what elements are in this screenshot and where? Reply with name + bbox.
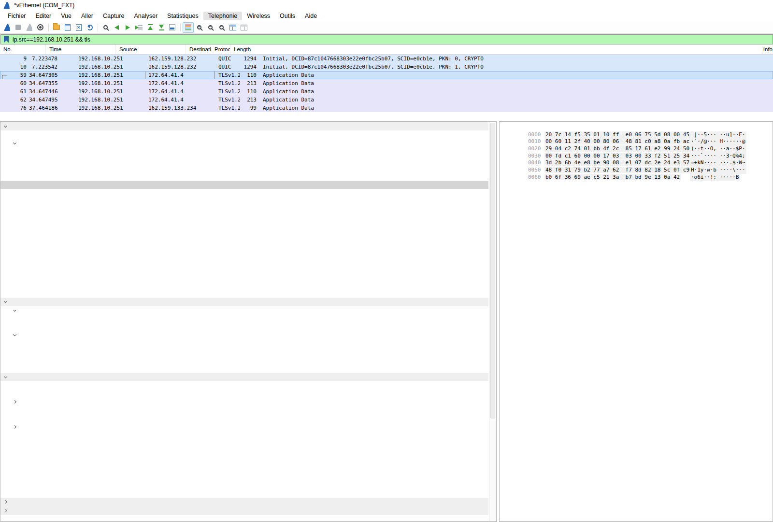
expand-chevron-icon[interactable]	[4, 300, 7, 303]
expand-chevron-icon[interactable]	[13, 141, 16, 144]
detail-row[interactable]: Transmission Control Protocol, Src Port:…	[0, 498, 488, 506]
hex-row[interactable]: 001000 60 11 2f 40 00 80 06 48 81 c0 a8 …	[500, 131, 773, 139]
menu-aide[interactable]: Aide	[300, 12, 322, 20]
capture-options-icon[interactable]	[35, 22, 46, 33]
column-header[interactable]: Protocol	[211, 44, 230, 54]
detail-row[interactable]: Interface id: 0 (\Device\NPF_{27BB5FB2-E…	[0, 139, 488, 147]
hex-row[interactable]: 00403d 2b 6b 4e e8 be 90 08 e1 07 dc 2e …	[500, 153, 773, 160]
detail-row[interactable]: Frame Length: 110 bytes (880 bits)	[0, 239, 488, 247]
detail-row[interactable]: Identification: 0x112f (4399)	[0, 415, 488, 423]
menu-outils[interactable]: Outils	[275, 12, 300, 20]
packet-row[interactable]: 60 34.647355 192.168.10.251 172.64.41.4 …	[0, 79, 773, 87]
column-header[interactable]: Destination	[186, 44, 211, 54]
detail-row[interactable]: Total Length: 96	[0, 406, 488, 415]
zoom-reset-icon[interactable]	[216, 22, 227, 33]
detail-row[interactable]: ...0 0000 0000 0000 = Fragment Offset: 0	[0, 431, 488, 440]
detail-row[interactable]: Frame Number: 59	[0, 231, 488, 239]
menu-vue[interactable]: Vue	[56, 12, 76, 20]
open-file-icon[interactable]	[51, 22, 62, 33]
hex-row[interactable]: 005048 f0 31 79 b2 77 a7 62 f7 8d 82 18 …	[500, 159, 773, 167]
packet-row[interactable]: 10 7.223542 192.168.10.251 162.159.128.2…	[0, 63, 773, 71]
zoom-out-icon[interactable]	[205, 22, 216, 33]
detail-row[interactable]: Frame 59: 110 bytes on wire (880 bits), …	[0, 122, 488, 130]
hex-row[interactable]: 002029 04 c2 74 01 bb 4f 2c 85 17 61 e2 …	[500, 138, 773, 145]
detail-row[interactable]: UTC Arrival Time: Feb 7, 2025 11:03:09.6…	[0, 181, 488, 189]
stop-capture-icon[interactable]	[13, 22, 24, 33]
detail-row[interactable]: [Time delta from previous displayed fram…	[0, 214, 488, 222]
menu-editer[interactable]: Editer	[31, 12, 57, 20]
display-filter-field[interactable]	[0, 34, 773, 44]
detail-row[interactable]: [Time since reference or first frame: 34…	[0, 223, 488, 231]
detail-row[interactable]: Epoch Arrival Time: 1738926189.667468000	[0, 189, 488, 197]
find-packet-icon[interactable]	[100, 22, 111, 33]
hex-row[interactable]: 003000 fd c1 60 00 00 17 03 03 00 33 f2 …	[500, 145, 773, 153]
detail-row[interactable]: Capture Length: 110 bytes (880 bits)	[0, 247, 488, 256]
expand-chevron-icon[interactable]	[4, 500, 7, 503]
detail-row[interactable]: Arrival Time: Feb 7, 2025 12:03:09.66746…	[0, 173, 488, 181]
go-back-icon[interactable]	[111, 22, 122, 33]
expand-chevron-icon[interactable]	[4, 509, 7, 512]
menu-fichier[interactable]: Fichier	[3, 12, 31, 20]
resize-columns-icon[interactable]	[227, 22, 238, 33]
menu-wireless[interactable]: Wireless	[242, 12, 275, 20]
display-filter-input[interactable]	[13, 36, 773, 43]
menu-statistiques[interactable]: Statistiques	[162, 12, 203, 20]
hex-row[interactable]: 000020 7c 14 f5 35 01 10 ff e0 06 75 5d …	[500, 124, 773, 131]
colorize-packets-icon[interactable]	[183, 22, 194, 33]
expand-chevron-icon[interactable]	[13, 425, 16, 429]
auto-scroll-icon[interactable]	[167, 22, 178, 33]
detail-row[interactable]: Destination: Qotom_f5:35:01 (20:7c:14:f5…	[0, 306, 488, 315]
start-capture-icon[interactable]	[1, 22, 13, 33]
reload-file-icon[interactable]	[84, 22, 95, 33]
detail-row[interactable]: Source: GigaByteTech_06:75:5d (10:ff:e0:…	[0, 331, 488, 339]
detail-row[interactable]: .... ..0. .... .... .... .... = LG bit: …	[0, 315, 488, 323]
detail-row[interactable]: Header Checksum: 0x4881 [validation disa…	[0, 457, 488, 465]
column-header[interactable]: Time	[46, 44, 116, 54]
expand-chevron-icon[interactable]	[13, 308, 16, 311]
details-scrollbar-thumb[interactable]	[490, 123, 495, 418]
go-last-packet-icon[interactable]	[156, 22, 167, 33]
detail-row[interactable]: [Time shift for this packet: 0.000000000…	[0, 198, 488, 206]
menu-aller[interactable]: Aller	[76, 12, 98, 20]
detail-row[interactable]: Interface description: vEthernet (COM_EX…	[0, 156, 488, 164]
detail-row[interactable]: Encapsulation type: Ethernet (1)	[0, 164, 488, 172]
go-forward-icon[interactable]	[122, 22, 133, 33]
detail-row[interactable]: Source Address: 192.168.10.251	[0, 473, 488, 481]
detail-row[interactable]: [Stream index: 5]	[0, 490, 488, 498]
go-to-packet-icon[interactable]	[133, 22, 144, 33]
detail-row[interactable]: Transport Layer Security	[0, 507, 488, 515]
restart-capture-icon[interactable]	[24, 22, 35, 33]
detail-row[interactable]: Ethernet II, Src: GigaByteTech_06:75:5d …	[0, 298, 488, 306]
detail-row[interactable]: Time to Live: 128	[0, 440, 488, 448]
column-header[interactable]: Info	[760, 44, 773, 54]
detail-row[interactable]: Internet Protocol Version 4, Src: 192.16…	[0, 373, 488, 381]
detail-row[interactable]: Protocol: TCP (6)	[0, 448, 488, 457]
detail-row[interactable]: [Frame is ignored: False]	[0, 264, 488, 273]
packet-row[interactable]: 62 34.647495 192.168.10.251 172.64.41.4 …	[0, 96, 773, 104]
hex-row[interactable]: 0060b0 6f 36 69 ae c5 21 3a b7 bd 9e 13 …	[500, 167, 773, 174]
filter-bookmark-icon[interactable]	[4, 36, 9, 43]
column-header[interactable]: No.	[0, 44, 46, 54]
detail-row[interactable]: [Header checksum status: Unverified]	[0, 465, 488, 473]
zoom-in-icon[interactable]	[194, 22, 205, 33]
detail-row[interactable]: .... ...0 .... .... .... .... = IG bit: …	[0, 323, 488, 331]
column-header[interactable]: Length	[230, 44, 760, 54]
packet-row[interactable]: 61 34.647446 192.168.10.251 172.64.41.4 …	[0, 87, 773, 96]
expand-chevron-icon[interactable]	[13, 333, 16, 336]
menu-analyser[interactable]: Analyser	[129, 12, 162, 20]
details-scrollbar[interactable]	[489, 122, 496, 521]
detail-row[interactable]: .... ..0. .... .... .... .... = LG bit: …	[0, 340, 488, 348]
packet-row[interactable]: 59 34.647305 192.168.10.251 172.64.41.4 …	[0, 71, 773, 79]
packet-row[interactable]: 76 37.464186 192.168.10.251 162.159.133.…	[0, 104, 773, 112]
detail-row[interactable]: [Stream index: 0]	[0, 365, 488, 373]
go-first-packet-icon[interactable]	[144, 22, 156, 33]
expand-chevron-icon[interactable]	[13, 400, 16, 403]
column-header[interactable]: Source	[116, 44, 186, 54]
detail-row[interactable]: 010. .... = Flags: 0x2, Don't fragment	[0, 423, 488, 431]
detail-row[interactable]: Section number: 1	[0, 130, 488, 139]
detail-row[interactable]: Interface name: \Device\NPF_{27BB5FB2-E9…	[0, 147, 488, 156]
detail-row[interactable]: [Protocols in frame: eth:ethertype:ip:tc…	[0, 273, 488, 281]
close-file-icon[interactable]	[73, 22, 84, 33]
detail-row[interactable]: 0100 .... = Version: 4	[0, 381, 488, 389]
menu-telephonie[interactable]: Telephonie	[203, 12, 242, 20]
